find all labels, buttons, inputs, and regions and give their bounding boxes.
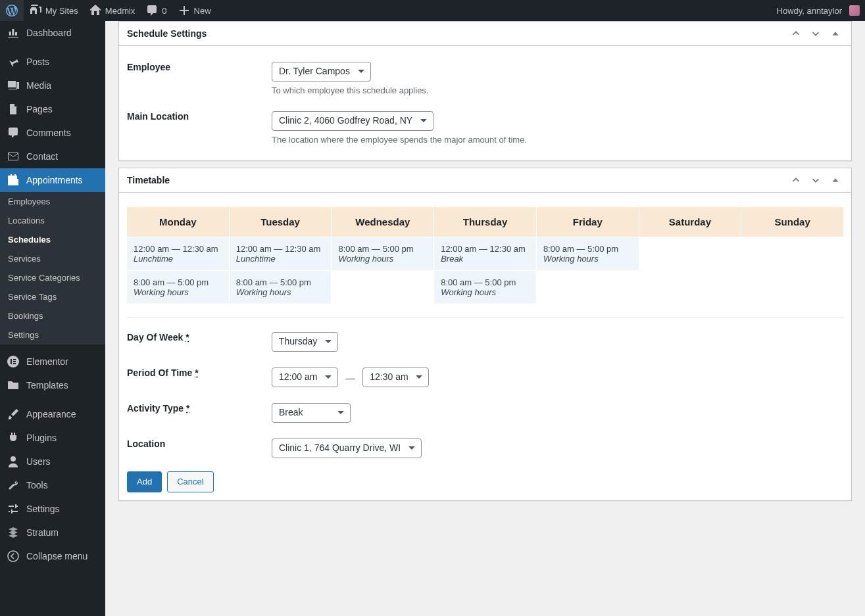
activity-label: Activity Type * — [127, 403, 272, 423]
submenu-employees[interactable]: Employees — [0, 192, 105, 211]
timetable-title: Timetable — [127, 168, 170, 192]
caret-up-icon — [829, 174, 841, 186]
stratum-icon — [7, 526, 20, 527]
submenu-locations[interactable]: Locations — [0, 211, 105, 230]
timetable-slot[interactable]: 8:00 am — 5:00 pmWorking hours — [537, 237, 639, 270]
elementor-icon — [7, 355, 20, 368]
menu-pages[interactable]: Pages — [0, 97, 105, 121]
my-sites-label: My Sites — [45, 6, 78, 16]
menu-plugins[interactable]: Plugins — [0, 426, 105, 450]
employee-desc: To which employee this schedule applies. — [272, 85, 843, 95]
avatar — [849, 5, 860, 16]
submenu-services[interactable]: Services — [0, 249, 105, 268]
schedule-settings-title: Schedule Settings — [127, 22, 207, 45]
submenu-settings[interactable]: Settings — [0, 325, 105, 344]
toggle-panel-button[interactable] — [828, 26, 843, 41]
timetable-col-fri: Friday 8:00 am — 5:00 pmWorking hours — [537, 207, 639, 304]
period-to-select[interactable]: 12:30 am — [362, 367, 429, 387]
timetable-col-thu: Thursday 12:00 am — 12:30 amBreak 8:00 a… — [434, 207, 536, 304]
timetable-slot[interactable]: 12:00 am — 12:30 amBreak — [434, 237, 536, 270]
timetable-col-tue: Tuesday 12:00 am — 12:30 amLunchtime 8:0… — [230, 207, 332, 304]
svg-rect-3 — [13, 361, 16, 362]
chevron-up-icon — [790, 28, 802, 39]
timetable-col-sat: Saturday — [639, 207, 741, 304]
menu-dashboard[interactable]: Dashboard — [0, 21, 105, 45]
menu-tools[interactable]: Tools — [0, 473, 105, 497]
admin-bar: My Sites Medmix 0 New Howdy, anntaylor — [0, 0, 865, 21]
menu-templates[interactable]: Templates — [0, 373, 105, 397]
home-multi-icon — [29, 4, 42, 17]
comments-icon — [7, 126, 20, 139]
timetable-slot[interactable]: 12:00 am — 12:30 amLunchtime — [230, 237, 332, 270]
plus-icon — [178, 4, 191, 17]
main-content: Schedule Settings Employee Dr. Tyler Cam… — [105, 21, 865, 527]
howdy-link[interactable]: Howdy, anntaylor — [772, 0, 865, 21]
svg-rect-1 — [11, 359, 12, 364]
menu-elementor[interactable]: Elementor — [0, 350, 105, 373]
submenu-schedules[interactable]: Schedules — [0, 230, 105, 249]
my-sites-link[interactable]: My Sites — [24, 0, 84, 21]
toggle-panel-button[interactable] — [828, 172, 843, 188]
add-button[interactable]: Add — [127, 471, 162, 492]
chevron-down-icon — [810, 28, 822, 39]
main-location-select[interactable]: Clinic 2, 4060 Godfrey Road, NY — [272, 111, 433, 131]
activity-select[interactable]: Break — [272, 403, 351, 423]
slot-location-select[interactable]: Clinic 1, 764 Quarry Drive, WI — [272, 438, 422, 458]
timetable-slot[interactable]: 8:00 am — 5:00 pmWorking hours — [230, 271, 332, 304]
calendar-icon — [7, 174, 20, 187]
caret-up-icon — [829, 28, 841, 39]
timetable-slot[interactable]: 8:00 am — 5:00 pmWorking hours — [127, 271, 229, 304]
move-up-button[interactable] — [788, 26, 804, 41]
menu-settings[interactable]: Settings — [0, 497, 105, 521]
dow-label: Day Of Week * — [127, 332, 272, 352]
period-label: Period Of Time * — [127, 367, 272, 387]
comments-link[interactable]: 0 — [140, 0, 172, 21]
admin-sidebar: Dashboard Posts Media Pages Comments Con… — [0, 21, 105, 527]
day-header: Monday — [127, 207, 229, 237]
submenu-service-tags[interactable]: Service Tags — [0, 287, 105, 306]
timetable-panel: Timetable Monday 12:00 am — 12:30 amLunc… — [118, 168, 852, 501]
employee-label: Employee — [127, 62, 272, 95]
mail-icon — [7, 150, 20, 163]
appointments-submenu: Employees Locations Schedules Services S… — [0, 192, 105, 344]
menu-posts[interactable]: Posts — [0, 50, 105, 74]
timetable-grid: Monday 12:00 am — 12:30 amLunchtime 8:00… — [127, 207, 843, 304]
menu-contact[interactable]: Contact — [0, 145, 105, 168]
wp-logo[interactable] — [0, 0, 24, 21]
submenu-service-categories[interactable]: Service Categories — [0, 268, 105, 287]
menu-appearance[interactable]: Appearance — [0, 402, 105, 426]
menu-appointments[interactable]: Appointments — [0, 168, 105, 192]
site-name: Medmix — [105, 6, 136, 16]
new-label: New — [194, 6, 211, 16]
folder-icon — [7, 379, 20, 392]
menu-stratum[interactable]: Stratum — [0, 521, 105, 527]
move-down-button[interactable] — [808, 172, 824, 188]
page-icon — [7, 103, 20, 116]
comment-icon — [145, 4, 159, 17]
timetable-col-wed: Wednesday 8:00 am — 5:00 pmWorking hours — [332, 207, 433, 304]
move-down-button[interactable] — [808, 26, 824, 41]
site-link[interactable]: Medmix — [84, 0, 141, 21]
timetable-slot[interactable]: 12:00 am — 12:30 amLunchtime — [127, 237, 229, 270]
new-link[interactable]: New — [172, 0, 216, 21]
sliders-icon — [7, 502, 20, 515]
cancel-button[interactable]: Cancel — [167, 471, 213, 492]
home-icon — [89, 4, 102, 17]
chevron-up-icon — [790, 174, 802, 186]
schedule-settings-panel: Schedule Settings Employee Dr. Tyler Cam… — [118, 21, 852, 161]
menu-users[interactable]: Users — [0, 450, 105, 473]
timetable-slot[interactable]: 8:00 am — 5:00 pmWorking hours — [332, 237, 433, 270]
move-up-button[interactable] — [788, 172, 804, 188]
menu-comments[interactable]: Comments — [0, 121, 105, 145]
employee-select[interactable]: Dr. Tyler Campos — [272, 62, 371, 82]
period-from-select[interactable]: 12:00 am — [272, 367, 338, 387]
day-header: Wednesday — [332, 207, 433, 237]
main-location-desc: The location where the employee spends t… — [272, 135, 843, 145]
menu-media[interactable]: Media — [0, 74, 105, 97]
wordpress-icon — [5, 4, 18, 17]
day-header: Sunday — [741, 207, 843, 237]
dow-select[interactable]: Thursday — [272, 332, 338, 352]
timetable-slot[interactable]: 8:00 am — 5:00 pmWorking hours — [434, 271, 536, 304]
submenu-bookings[interactable]: Bookings — [0, 306, 105, 325]
plug-icon — [7, 431, 20, 444]
